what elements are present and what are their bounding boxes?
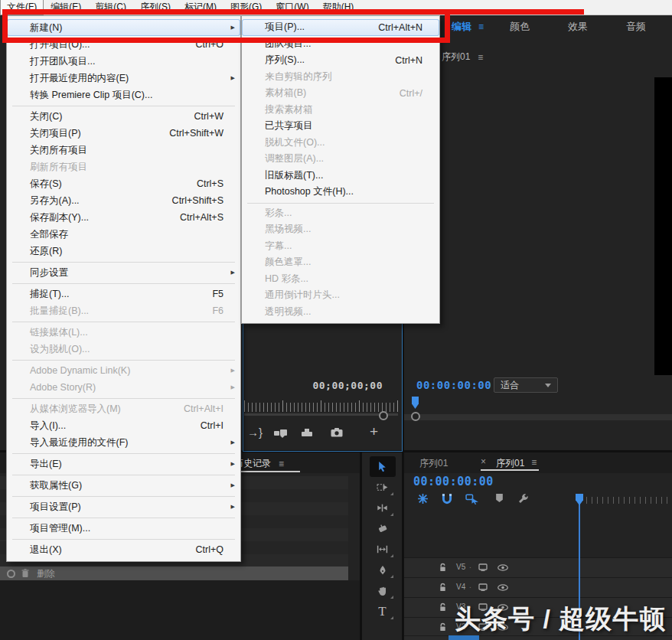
timeline-tab-inactive[interactable]: 序列01 [419, 457, 448, 470]
menu-item[interactable]: 保存(S) Ctrl+S ▶ [7, 175, 240, 192]
track-output-eye-icon[interactable] [497, 564, 508, 571]
menu-item[interactable]: 打开团队项目... ▶ [7, 53, 240, 70]
menu-item[interactable]: 保存副本(Y)... Ctrl+Alt+S ▶ [7, 209, 240, 226]
menu-item[interactable]: 导出(E) ▶ [7, 456, 240, 472]
goto-out-icon[interactable]: →} [247, 426, 263, 439]
ripple-edit-tool-button[interactable] [370, 498, 396, 518]
menu-item[interactable]: 获取属性(G) ▶ [7, 477, 240, 494]
source-scrollbar-knob[interactable] [379, 411, 388, 420]
selection-tool-button[interactable] [370, 456, 396, 477]
menu-item-label: 保存(S) [30, 178, 62, 191]
menu-item[interactable]: 新建(N) ▶ [7, 19, 240, 36]
panel-menu-icon[interactable]: ≡ [478, 21, 484, 32]
pen-tool-button[interactable] [370, 560, 396, 580]
menubar-item[interactable]: 序列(S) [133, 0, 178, 15]
menu-item[interactable]: 序列(S)... Ctrl+N ▶ [242, 52, 439, 69]
sync-lock-icon[interactable] [478, 583, 488, 591]
vertical-panel-divider[interactable] [360, 452, 362, 640]
timeline-settings-wrench-icon[interactable] [517, 493, 529, 504]
history-entry-delete[interactable]: 删除 [0, 567, 348, 580]
track-output-eye-icon[interactable] [497, 584, 508, 591]
menu-item[interactable]: 关闭项目(P) Ctrl+Shift+W ▶ [7, 125, 240, 142]
snap-magnet-icon[interactable] [441, 493, 453, 504]
menubar-item[interactable]: 图形(G) [223, 0, 269, 15]
slip-tool-button[interactable] [370, 539, 396, 560]
tab-close-icon[interactable]: × [481, 456, 486, 467]
timeline-tab-active[interactable]: 序列01 ≡ [496, 457, 537, 470]
track-select-forward-tool-button[interactable] [370, 477, 396, 498]
menu-item[interactable]: 项目(P)... Ctrl+Alt+N ▶ [242, 19, 439, 36]
menu-item[interactable]: 捕捉(T)... F5 ▶ [7, 286, 240, 302]
menu-item-label: 导入最近使用的文件(F) [30, 436, 128, 449]
hand-tool-button[interactable] [370, 580, 396, 601]
button-editor-plus-icon[interactable]: + [370, 423, 378, 440]
program-monitor-tab[interactable]: 序列01 ≡ [442, 51, 483, 64]
menu-item[interactable]: 已共享项目 ▶ [242, 118, 439, 135]
menu-item-label: 彩条... [265, 207, 292, 220]
menubar-item[interactable]: 文件(F) [0, 0, 44, 15]
razor-tool-button[interactable] [370, 518, 396, 539]
menu-item-label: Adobe Story(R) [30, 382, 96, 393]
track-label[interactable]: V4 [456, 583, 465, 591]
menu-item[interactable]: 关闭(C) Ctrl+W ▶ [7, 108, 240, 125]
sync-lock-icon[interactable] [478, 563, 488, 571]
track-lock-icon[interactable] [439, 602, 447, 612]
menu-item-label: 打开项目(O)... [30, 38, 90, 51]
panel-menu-icon[interactable]: ≡ [279, 459, 284, 469]
workspace-tab[interactable]: 颜色 ≡ [510, 20, 542, 34]
source-zoom-scrollbar[interactable] [244, 413, 398, 416]
menu-item[interactable]: 团队项目... ▶ [242, 36, 439, 53]
track-lock-icon[interactable] [439, 563, 447, 573]
menu-item[interactable]: Photoshop 文件(H)... ▶ [242, 184, 439, 201]
track-lock-icon[interactable] [439, 583, 447, 593]
menubar-item[interactable]: 编辑(E) [44, 0, 88, 15]
ruler-major-ticks [244, 400, 398, 412]
type-tool-button[interactable]: T [370, 601, 396, 622]
menu-item[interactable]: 打开项目(O)... Ctrl+O ▶ [7, 36, 240, 53]
overwrite-icon[interactable] [301, 428, 313, 437]
source-time-ruler[interactable] [244, 403, 398, 412]
menu-item: 从媒体浏览器导入(M) Ctrl+Alt+I ▶ [7, 400, 240, 417]
insert-icon[interactable] [274, 428, 288, 438]
menu-item[interactable]: 旧版标题(T)... ▶ [242, 168, 439, 184]
menu-item[interactable]: 还原(R) ▶ [7, 243, 240, 260]
menu-item[interactable]: 导入最近使用的文件(F) ▶ [7, 434, 240, 451]
track-lock-icon[interactable] [439, 622, 447, 632]
menu-item[interactable]: 导入(I)... Ctrl+I ▶ [7, 417, 240, 434]
panel-menu-icon[interactable]: ≡ [478, 52, 483, 63]
menu-item[interactable]: 转换 Premiere Clip 项目(C)... ▶ [7, 87, 240, 103]
marker-icon[interactable] [495, 493, 504, 503]
export-frame-icon[interactable] [331, 428, 343, 437]
menu-item-label: 序列(S)... [265, 54, 305, 67]
menu-item[interactable]: 另存为(A)... Ctrl+Shift+S ▶ [7, 192, 240, 209]
menu-item[interactable]: 同步设置 ▶ [7, 264, 240, 281]
workspace-tab[interactable]: 编辑 ≡ [452, 20, 484, 34]
menu-item[interactable]: 退出(X) Ctrl+Q ▶ [7, 541, 240, 558]
track-label[interactable]: V5 [456, 563, 465, 571]
nest-sequence-icon[interactable] [417, 493, 429, 504]
workspace-tab-bar: 编辑 ≡ 颜色 ≡ 效果 ≡ 音频 ≡ [452, 20, 672, 34]
menubar-item[interactable]: 帮助(H) [316, 0, 361, 15]
menu-item[interactable]: 项目设置(P) ▶ [7, 498, 240, 515]
playhead-head[interactable] [576, 494, 583, 505]
panel-menu-icon[interactable]: ≡ [531, 457, 537, 470]
program-scrollbar-knob[interactable] [411, 412, 420, 421]
menu-item: Adobe Dynamic Link(K) ▶ [7, 362, 240, 379]
menubar-item[interactable]: 剪辑(C) [88, 0, 133, 15]
history-panel-tab[interactable]: 历史记录 ≡ [234, 457, 284, 470]
linked-selection-icon[interactable] [465, 493, 479, 504]
program-scrollbar[interactable] [404, 414, 672, 420]
menu-item: 素材箱(B) Ctrl+/ ▶ [242, 85, 439, 102]
menu-item[interactable]: 关闭所有项目 ▶ [7, 142, 240, 158]
menu-item[interactable]: 项目管理(M)... ▶ [7, 520, 240, 537]
menubar-item[interactable]: 标记(M) [178, 0, 223, 15]
menubar-item[interactable]: 窗口(W) [269, 0, 315, 15]
workspace-tab[interactable]: 音频 ≡ [626, 20, 658, 34]
menu-item[interactable]: 全部保存 ▶ [7, 226, 240, 243]
program-playhead-marker[interactable] [412, 397, 419, 409]
workspace-tab[interactable]: 效果 ≡ [568, 20, 600, 34]
zoom-level-select[interactable]: 适合 [494, 377, 558, 393]
timeline-ruler[interactable] [586, 497, 672, 504]
menu-item[interactable]: 打开最近使用的内容(E) ▶ [7, 70, 240, 87]
history-tab-underline [233, 471, 300, 472]
